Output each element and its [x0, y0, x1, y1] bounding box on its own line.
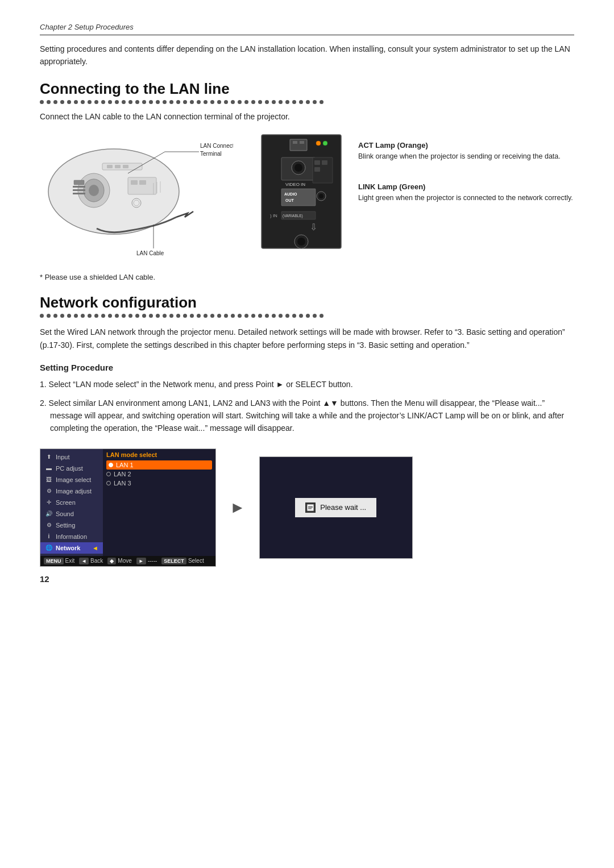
menu-item-pc-adjust[interactable]: ▬ PC adjust [40, 463, 103, 474]
svg-rect-28 [293, 141, 297, 144]
procedure-step-1: 1. Select “LAN mode select” in the Netwo… [40, 378, 574, 391]
svg-text:Terminal: Terminal [200, 151, 222, 157]
menu-item-setting[interactable]: ⚙ Setting [40, 520, 103, 531]
svg-rect-6 [115, 165, 121, 168]
svg-rect-25 [73, 193, 85, 194]
svg-text:LAN Cable: LAN Cable [136, 250, 164, 256]
projector-illustration: LAN Connection Terminal LAN Cable [40, 129, 244, 267]
svg-point-31 [323, 141, 327, 146]
menu-label-screen: Screen [56, 499, 76, 506]
svg-rect-29 [300, 141, 304, 144]
network-section: Network configuration Set the Wired LAN … [40, 294, 574, 434]
ui-screenshots: ⬆ Input ▬ PC adjust 🖼 Image select ⚙ Ima… [40, 448, 574, 567]
menu-right-col: LAN mode select LAN 1 LAN 2 LAN 3 [103, 449, 215, 556]
menu-item-input[interactable]: ⬆ Input [40, 451, 103, 463]
connect-intro: Connect the LAN cable to the LAN connect… [40, 112, 574, 121]
footer-select-label: Select [188, 558, 204, 564]
lamp-labels: ACT Lamp (Orange) Blink orange when the … [352, 129, 573, 203]
screen-icon: ✛ [45, 499, 53, 506]
svg-point-50 [297, 238, 305, 246]
svg-point-0 [48, 149, 179, 234]
menu-label-information: Information [56, 533, 87, 540]
information-icon: i [45, 533, 53, 541]
transition-arrow-icon: ► [230, 499, 246, 517]
svg-rect-24 [73, 189, 85, 191]
footer-dashes-label: ----- [148, 558, 157, 564]
please-wait-text: Please wait ... [320, 503, 366, 512]
act-lamp-label: ACT Lamp (Orange) Blink orange when the … [358, 140, 573, 161]
connecting-section: Connecting to the LAN line Connect the L… [40, 80, 574, 281]
svg-point-44 [319, 194, 323, 198]
right-btn: ► [136, 558, 146, 564]
menu-btn: MENU [44, 558, 64, 564]
submenu-lan1[interactable]: LAN 1 [106, 460, 212, 470]
panel-area: VIDEO IN AUDIO OUT ) [244, 129, 574, 260]
menu-item-screen[interactable]: ✛ Screen [40, 497, 103, 508]
projector-svg: LAN Connection Terminal LAN Cable [40, 129, 233, 265]
input-icon: ⬆ [45, 453, 53, 461]
submenu-lan3[interactable]: LAN 3 [106, 479, 212, 488]
svg-point-3 [89, 185, 99, 196]
link-lamp-title: LINK Lamp (Green) [358, 182, 573, 193]
sound-icon: 🔊 [45, 510, 53, 518]
setting-icon: ⚙ [45, 521, 53, 529]
radio-lan3 [106, 481, 111, 485]
image-select-icon: 🖼 [45, 476, 53, 484]
svg-rect-23 [73, 186, 85, 188]
footer-back: ◄ Back [79, 558, 103, 564]
svg-text:) IN: ) IN [270, 213, 277, 218]
svg-rect-27 [290, 139, 307, 151]
act-lamp-desc: Blink orange when the projector is sendi… [358, 151, 573, 161]
submenu-title: LAN mode select [106, 451, 212, 458]
svg-text:LAN Connection: LAN Connection [200, 143, 233, 149]
svg-text:⇩: ⇩ [310, 222, 317, 232]
svg-rect-11 [74, 180, 84, 185]
footer-move: ◆ Move [107, 558, 131, 564]
back-btn: ◄ [79, 558, 89, 564]
submenu-lan1-label: LAN 1 [116, 462, 134, 468]
menu-body: ⬆ Input ▬ PC adjust 🖼 Image select ⚙ Ima… [40, 449, 215, 556]
svg-rect-7 [123, 165, 128, 168]
shielded-note: * Please use a shielded LAN cable. [40, 273, 574, 281]
svg-text:OUT: OUT [285, 198, 294, 202]
footer-exit: MENU Exit [44, 558, 74, 564]
please-wait-icon [305, 502, 316, 513]
menu-footer: MENU Exit ◄ Back ◆ Move ► ----- SELECT [40, 556, 215, 566]
radio-lan1 [109, 463, 113, 467]
svg-text:VIDEO IN: VIDEO IN [285, 182, 305, 187]
svg-point-34 [294, 164, 302, 172]
image-adjust-icon: ⚙ [45, 487, 53, 495]
act-lamp-title: ACT Lamp (Orange) [358, 140, 573, 151]
svg-rect-8 [128, 177, 156, 194]
move-btn: ◆ [107, 558, 116, 564]
footer-back-label: Back [90, 558, 103, 564]
connecting-title: Connecting to the LAN line [40, 80, 574, 98]
submenu-lan2-label: LAN 2 [114, 471, 131, 477]
menu-screen: ⬆ Input ▬ PC adjust 🖼 Image select ⚙ Ima… [40, 448, 216, 567]
menu-item-image-adjust[interactable]: ⚙ Image adjust [40, 485, 103, 497]
submenu-lan2[interactable]: LAN 2 [106, 470, 212, 479]
menu-item-sound[interactable]: 🔊 Sound [40, 508, 103, 520]
footer-select: SELECT Select [161, 558, 204, 564]
page-number: 12 [40, 574, 49, 584]
procedure-step-2: 2. Select similar LAN environment among … [40, 397, 574, 435]
svg-text:AUDIO: AUDIO [284, 192, 297, 196]
svg-rect-10 [139, 180, 146, 185]
menu-item-image-select[interactable]: 🖼 Image select [40, 474, 103, 485]
menu-label-pc-adjust: PC adjust [56, 465, 83, 472]
svg-rect-9 [131, 180, 138, 185]
select-btn: SELECT [161, 558, 186, 564]
menu-item-network[interactable]: 🌐 Network ◄ [40, 542, 103, 554]
footer-move-label: Move [118, 558, 131, 564]
footer-exit-label: Exit [65, 558, 75, 564]
footer-dashes: ► ----- [136, 558, 157, 564]
please-wait-screen: Please wait ... [259, 456, 413, 559]
link-lamp-desc: Light green when the projector is connec… [358, 193, 573, 203]
menu-item-information[interactable]: i Information [40, 531, 103, 542]
menu-left-col: ⬆ Input ▬ PC adjust 🖼 Image select ⚙ Ima… [40, 449, 103, 556]
panel-svg: VIDEO IN AUDIO OUT ) [256, 129, 347, 260]
menu-label-sound: Sound [56, 510, 74, 517]
svg-rect-39 [314, 167, 320, 172]
menu-label-setting: Setting [56, 522, 75, 529]
network-arrow-icon: ◄ [92, 545, 98, 551]
